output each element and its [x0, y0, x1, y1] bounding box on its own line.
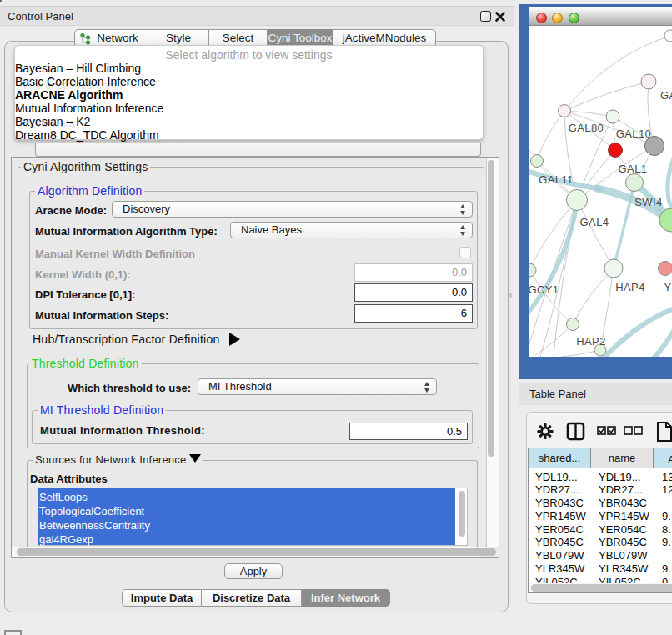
svg-text:GAL80: GAL80	[569, 122, 604, 134]
svg-text:Y: Y	[664, 281, 671, 293]
svg-text:GAL4: GAL4	[580, 216, 609, 228]
svg-text:SWI4: SWI4	[634, 196, 662, 208]
svg-text:HAP4: HAP4	[615, 281, 645, 293]
svg-text:GAL1: GAL1	[619, 162, 648, 175]
svg-text:GAL: GAL	[660, 89, 672, 102]
svg-text:GAL10: GAL10	[616, 128, 651, 140]
svg-text:GAL11: GAL11	[539, 173, 574, 186]
svg-text:HAP2: HAP2	[576, 335, 606, 348]
svg-text:GCY1: GCY1	[529, 283, 559, 296]
